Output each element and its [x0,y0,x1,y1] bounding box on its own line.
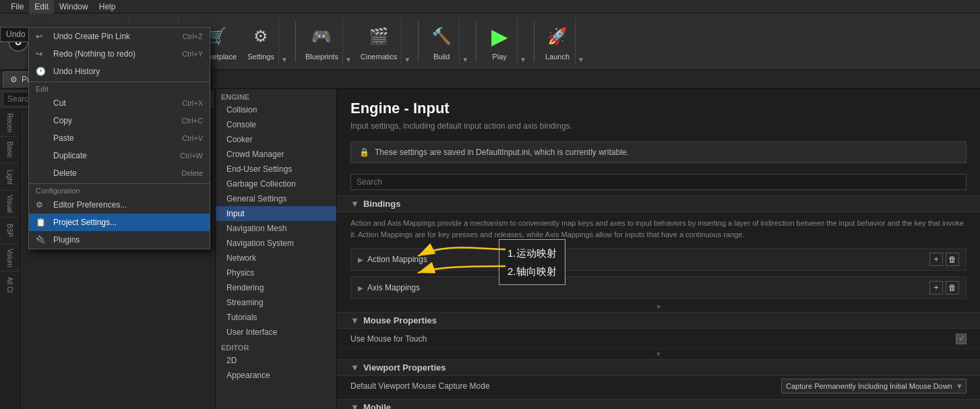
duplicate-shortcut: Ctrl+W [180,152,203,160]
sidebar-item-basic[interactable]: Basic [0,137,20,164]
play-dropdown[interactable]: ▼ [517,18,528,66]
viewport-arrow: ▼ [350,363,359,373]
settings-item-general[interactable]: General Settings [216,191,336,206]
paste-shortcut: Ctrl+V [182,134,203,142]
viewport-section-title: Viewport Properties [363,363,446,373]
sidebar-item-allcl[interactable]: All Cl [0,272,20,298]
content-search-input[interactable] [350,174,967,190]
duplicate-item[interactable]: Duplicate Ctrl+W [29,147,210,164]
copy-shortcut: Ctrl+C [182,117,203,125]
launch-label: Launch [545,53,570,61]
settings-item-navsystem[interactable]: Navigation System [216,236,336,251]
bindings-section-header[interactable]: ▼ Bindings [337,195,980,212]
mouse-touch-label: Use Mouse for Touch [350,334,956,344]
redo-item[interactable]: ↪ Redo (Nothing to redo) Ctrl+Y [29,45,210,63]
build-label: Build [433,53,450,61]
settings-item-physics[interactable]: Physics [216,265,336,280]
delete-item[interactable]: Delete Delete [29,164,210,182]
launch-dropdown[interactable]: ▼ [575,18,586,66]
action-mappings-delete-button[interactable]: 🗑 [946,253,959,266]
editor-preferences-item[interactable]: ⚙ Editor Preferences... [29,196,210,214]
settings-item-navmesh[interactable]: Navigation Mesh [216,221,336,236]
cut-label: Cut [53,98,66,108]
settings-item-appearance[interactable]: Appearance [216,368,336,383]
settings-item-2d[interactable]: 2D [216,353,336,368]
play-toolbar-item[interactable]: ▶ Play ▼ [482,18,528,66]
plugins-item[interactable]: 🔌 Plugins [29,231,210,249]
action-mappings-add-button[interactable]: + [929,253,943,266]
settings-item-garbage[interactable]: Garbage Collection [216,177,336,191]
play-label: Play [492,53,506,61]
settings-item-network[interactable]: Network [216,251,336,265]
sidebar-item-light[interactable]: Light [0,164,20,191]
build-icon: 🔨 [428,23,455,50]
content-subtitle: Input settings, including default input … [350,121,967,131]
mouse-touch-checkbox[interactable] [956,334,967,344]
undo-create-pin-item[interactable]: ↩ Undo Create Pin Link Ctrl+Z [29,28,210,45]
mouse-arrow: ▼ [350,315,359,325]
blueprints-toolbar-item[interactable]: 🎮 Blueprints ▼ [301,18,354,66]
edit-menu: ↩ Undo Create Pin Link Ctrl+Z ↪ Redo (No… [28,27,210,249]
project-settings-icon: 📋 [36,218,49,227]
content-title: Engine - Input [350,100,967,117]
redo-label: Redo (Nothing to redo) [53,49,135,59]
axis-mappings-add-button[interactable]: + [929,281,943,294]
blueprints-dropdown[interactable]: ▼ [342,18,354,66]
settings-item-input[interactable]: Input [216,206,336,221]
axis-mappings-delete-button[interactable]: 🗑 [946,281,959,294]
cinematics-label: Cinematics [361,53,397,61]
editor-section-title: Editor [216,340,336,353]
viewport-capture-row: Default Viewport Mouse Capture Mode Capt… [337,376,980,396]
notice-text: These settings are saved in DefaultInput… [375,148,629,157]
undo-label: Undo Create Pin Link [53,32,130,41]
menu-file[interactable]: File [5,0,29,13]
build-dropdown[interactable]: ▼ [459,18,470,66]
launch-toolbar-item[interactable]: 🚀 Launch ▼ [540,18,586,66]
sidebar-item-visual[interactable]: Visual [0,191,20,218]
edit-section-label: Edit [29,84,210,94]
blueprints-icon: 🎮 [308,23,335,50]
bindings-title: Bindings [363,199,401,209]
settings-item-crowd-manager[interactable]: Crowd Manager [216,147,336,162]
menu-edit[interactable]: Edit [29,0,54,13]
settings-item-rendering[interactable]: Rendering [216,280,336,295]
mouse-section-header[interactable]: ▼ Mouse Properties [337,312,980,329]
content-notice: 🔒 These settings are saved in DefaultInp… [350,141,967,163]
undo-icon: ↩ [36,32,49,41]
menu-help[interactable]: Help [94,0,121,13]
settings-item-tutorials[interactable]: Tutorials [216,310,336,325]
copy-item[interactable]: Copy Ctrl+C [29,112,210,129]
copy-label: Copy [53,116,72,125]
settings-dropdown[interactable]: ▼ [278,18,290,66]
settings-toolbar-item[interactable]: ⚙ Settings ▼ [243,18,290,66]
settings-item-cooker[interactable]: Cooker [216,132,336,147]
settings-item-end-user[interactable]: End-User Settings [216,162,336,177]
content-header: Engine - Input Input settings, including… [337,89,980,136]
cut-item[interactable]: Cut Ctrl+X [29,94,210,112]
undo-shortcut: Ctrl+Z [183,32,203,40]
mobile-section-header[interactable]: ▼ Mobile [337,399,980,409]
settings-item-streaming[interactable]: Streaming [216,295,336,310]
paste-item[interactable]: Paste Ctrl+V [29,129,210,147]
build-toolbar-item[interactable]: 🔨 Build ▼ [424,18,470,66]
settings-item-ui[interactable]: User Interface [216,325,336,340]
sidebar-item-volum[interactable]: Volum [0,245,20,272]
editor-prefs-label: Editor Preferences... [53,200,127,210]
viewport-section-header[interactable]: ▼ Viewport Properties [337,359,980,376]
plugins-label: Plugins [53,235,80,245]
project-settings-item[interactable]: 📋 Project Settings... [29,214,210,231]
menu-window[interactable]: Window [54,0,94,13]
sidebar-item-recen[interactable]: Recen [0,110,20,137]
settings-item-console[interactable]: Console [216,117,336,132]
cinematics-dropdown[interactable]: ▼ [401,18,412,66]
cinematics-toolbar-item[interactable]: 🎬 Cinematics ▼ [357,18,412,66]
cut-shortcut: Ctrl+X [182,99,203,107]
dropdown-arrow-icon: ▼ [956,382,963,390]
viewport-capture-dropdown[interactable]: Capture Permanently Including Initial Mo… [781,379,967,394]
undo-history-item[interactable]: 🕐 Undo History [29,63,210,80]
sidebar-item-bsp[interactable]: BSP [0,218,20,245]
settings-item-collision[interactable]: Collision [216,102,336,117]
plugins-icon: 🔌 [36,235,49,245]
cinematics-icon: 🎬 [365,23,392,50]
lock-icon: 🔒 [359,148,369,157]
